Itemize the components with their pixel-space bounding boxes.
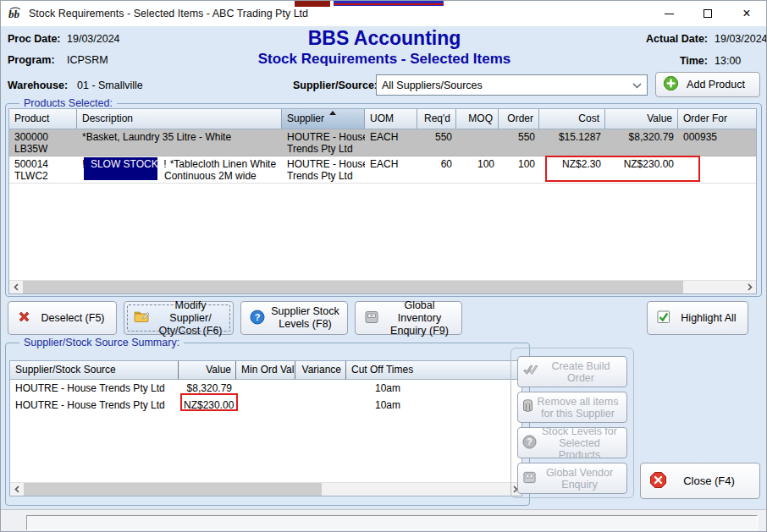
cell-order: 550: [499, 129, 539, 156]
annotation-box-summary: [180, 393, 238, 411]
card-file-gray-icon: [522, 470, 537, 487]
column-header-reqd[interactable]: Req'd: [417, 109, 456, 129]
plus-icon: [663, 75, 679, 94]
add-product-button[interactable]: Add Product: [655, 72, 760, 97]
supplier-source-label: Supplier/Source:: [293, 80, 378, 91]
minimize-button[interactable]: [649, 1, 688, 26]
table-row[interactable]: 300000LB35W *Basket, Laundry 35 Litre - …: [9, 129, 756, 156]
column-header-description[interactable]: Description: [77, 109, 282, 129]
cell-variance: [295, 380, 346, 397]
summary-table: Supplier/Stock Source Value Min Ord Val …: [9, 360, 522, 496]
status-message-field: [26, 515, 758, 530]
summary-row[interactable]: HOUTRE - House Trends Pty Ltd NZ$230.00 …: [10, 397, 521, 414]
minimize-icon: [665, 14, 674, 14]
maximize-icon: [704, 9, 712, 18]
cell-product: 500014TLWC2: [9, 156, 77, 183]
scrollbar-track[interactable]: [683, 281, 742, 293]
cell-min-ord-val: [236, 380, 295, 397]
chevron-down-icon: [632, 80, 642, 91]
column-header-moq[interactable]: MOQ: [456, 109, 499, 129]
products-table-header: Product Description Supplier UOM Req'd M…: [9, 109, 756, 129]
svg-text:bb: bb: [8, 8, 20, 20]
cell-order: 100: [499, 156, 539, 183]
scroll-left-icon[interactable]: [9, 281, 23, 293]
cell-value: $8,320.79: [605, 129, 678, 156]
column-header-value[interactable]: Value: [179, 361, 236, 379]
summary-row[interactable]: HOUTRE - House Trends Pty Ltd $8,320.79 …: [10, 380, 521, 397]
remove-all-items-button: Remove all itemsfor this Supplier: [517, 392, 627, 423]
cell-cost: $15.1287: [539, 129, 605, 156]
sort-ascending-icon: [329, 111, 336, 115]
close-button[interactable]: Close (F4): [640, 463, 760, 499]
column-header-min-ord-val[interactable]: Min Ord Val: [236, 361, 295, 379]
time-label: Time:: [632, 55, 708, 67]
column-header-source[interactable]: Supplier/Stock Source: [10, 361, 179, 379]
folder-edit-icon: [133, 310, 150, 326]
column-header-cost[interactable]: Cost: [539, 109, 605, 129]
titlebar: bb Stock Requirements - Selected Items -…: [1, 1, 766, 26]
column-header-uom[interactable]: UOM: [365, 109, 417, 129]
warehouse-value: 01 - Smallville: [77, 80, 143, 91]
cell-order-for: 000935: [678, 129, 756, 156]
add-product-label: Add Product: [679, 79, 753, 90]
summary-group-label: Supplier/Stock Source Summary:: [19, 337, 184, 348]
cell-uom: EACH: [365, 129, 417, 156]
scrollbar-thumb[interactable]: [24, 483, 322, 496]
create-build-order-button: Create Build Order: [517, 356, 627, 387]
highlight-all-button[interactable]: Highlight All: [647, 301, 748, 335]
cell-cut-off: 10am: [346, 380, 521, 397]
cell-min-ord-val: [236, 397, 295, 414]
supplier-source-dropdown[interactable]: All Suppliers/Sources: [376, 74, 648, 96]
slow-stock-badge: SLOW STOCK: [87, 158, 161, 170]
column-header-order-for[interactable]: Order For: [678, 109, 756, 129]
app-window: bb Stock Requirements - Selected Items -…: [0, 0, 767, 532]
scrollbar-track[interactable]: [322, 483, 508, 496]
cell-moq: [456, 129, 499, 156]
cell-supplier: HOUTRE - HouseTrends Pty Ltd: [282, 129, 365, 156]
summary-table-header: Supplier/Stock Source Value Min Ord Val …: [10, 361, 521, 380]
cell-source: HOUTRE - House Trends Pty Ltd: [10, 397, 179, 414]
column-header-value[interactable]: Value: [605, 109, 678, 129]
column-header-supplier[interactable]: Supplier: [282, 109, 365, 129]
double-check-icon: [522, 364, 539, 380]
cell-description: *Basket, Laundry 35 Litre - White: [77, 129, 282, 156]
annotation-box-products: [545, 156, 700, 182]
summary-horizontal-scrollbar[interactable]: [10, 482, 521, 496]
cell-moq: 100: [456, 156, 499, 183]
supplier-stock-levels-button[interactable]: ? Supplier StockLevels (F8): [240, 301, 348, 335]
cell-uom: EACH: [365, 156, 417, 183]
close-window-button[interactable]: ×: [727, 1, 766, 26]
scroll-right-icon[interactable]: [742, 281, 756, 293]
maximize-button[interactable]: [688, 1, 727, 26]
cell-reqd: 550: [417, 129, 456, 156]
products-table: Product Description Supplier UOM Req'd M…: [8, 108, 757, 294]
status-bar: [1, 509, 766, 532]
actual-date-label: Actual Date:: [632, 33, 708, 45]
global-inventory-enquiry-button[interactable]: Global InventoryEnquiry (F9): [355, 301, 462, 335]
column-header-order[interactable]: Order: [499, 109, 539, 129]
red-x-icon: [17, 310, 31, 326]
cell-description: ! SLOW STOCK ! *Tablecloth Linen White C…: [77, 156, 282, 183]
warehouse-label: Warehouse:: [8, 80, 68, 91]
screen-artifact: [295, 1, 444, 7]
scroll-left-icon[interactable]: [10, 483, 24, 496]
products-horizontal-scrollbar[interactable]: [9, 280, 756, 293]
cell-reqd: 60: [417, 156, 456, 183]
actual-date-value: 19/03/2024: [715, 33, 767, 45]
help-gray-icon: ?: [522, 435, 537, 452]
products-group-label: Products Selected:: [19, 97, 117, 109]
scrollbar-thumb[interactable]: [23, 281, 683, 293]
modify-supplier-button[interactable]: Modify Supplier/Qty/Cost (F6): [124, 301, 234, 335]
column-header-variance[interactable]: Variance: [295, 361, 346, 379]
app-logo-icon: bb: [8, 6, 23, 21]
close-icon: ×: [742, 7, 750, 20]
cell-source: HOUTRE - House Trends Pty Ltd: [10, 380, 179, 397]
column-header-cut-off-times[interactable]: Cut Off Times: [346, 361, 521, 379]
svg-text:?: ?: [255, 312, 261, 322]
bin-icon: [522, 399, 533, 415]
deselect-button[interactable]: Deselect (F5): [8, 301, 117, 335]
cell-variance: [295, 397, 346, 414]
card-file-icon: [364, 310, 379, 327]
column-header-product[interactable]: Product: [9, 109, 77, 129]
cell-product: 300000LB35W: [9, 129, 77, 156]
